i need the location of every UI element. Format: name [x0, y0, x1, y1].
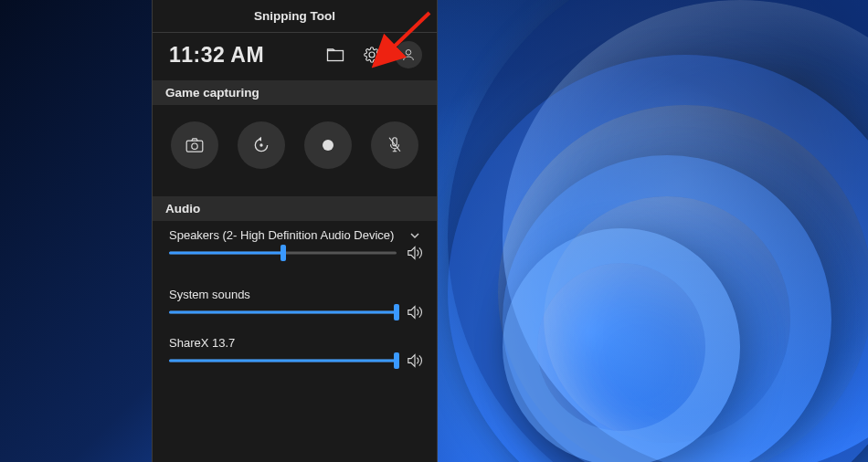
- volume-slider[interactable]: [169, 353, 397, 368]
- person-icon: [401, 47, 416, 62]
- svg-rect-2: [187, 141, 204, 152]
- audio-mixers: Speakers (2- High Definition Audio Devic…: [153, 221, 437, 384]
- svg-rect-0: [328, 51, 344, 61]
- account-button[interactable]: [395, 41, 422, 68]
- mixer-slider-row: [153, 301, 437, 336]
- speaker-icon[interactable]: [406, 305, 424, 320]
- section-header-audio: Audio: [153, 196, 437, 221]
- record-icon: [322, 139, 334, 152]
- speaker-icon[interactable]: [406, 353, 424, 368]
- mixer-row[interactable]: Speakers (2- High Definition Audio Devic…: [153, 225, 437, 242]
- section-header-capture: Game capturing: [153, 80, 437, 105]
- svg-point-4: [259, 143, 262, 146]
- record-last-button[interactable]: [238, 121, 285, 169]
- panel-titlebar: Snipping Tool: [153, 0, 437, 33]
- mixer-row: ShareX 13.7: [153, 336, 437, 350]
- mixer-slider-row: [153, 242, 437, 277]
- volume-slider[interactable]: [169, 305, 397, 320]
- mic-muted-icon: [386, 136, 403, 154]
- capture-buttons: [153, 105, 437, 187]
- mixer-label: ShareX 13.7: [169, 336, 420, 350]
- mixer-label: Speakers (2- High Definition Audio Devic…: [169, 228, 402, 242]
- volume-slider[interactable]: [169, 246, 397, 260]
- camera-icon: [185, 138, 204, 152]
- record-button[interactable]: [304, 121, 352, 169]
- svg-point-1: [406, 50, 411, 56]
- chevron-down-icon: [409, 230, 420, 241]
- mixer-row: System sounds: [153, 288, 437, 301]
- gamebar-panel: Snipping Tool 11:32 AM Game capturing Au…: [152, 0, 438, 462]
- rewind-icon: [252, 136, 270, 154]
- open-folder-button[interactable]: [322, 41, 349, 68]
- screenshot-button[interactable]: [171, 121, 218, 169]
- folder-icon: [327, 48, 344, 61]
- gear-icon: [364, 47, 380, 63]
- svg-point-5: [323, 140, 333, 151]
- clock: 11:32 AM: [169, 43, 312, 68]
- mixer-slider-row: [153, 350, 437, 384]
- panel-header: 11:32 AM: [153, 33, 437, 77]
- speaker-icon[interactable]: [406, 246, 424, 260]
- mixer-label: System sounds: [169, 288, 420, 301]
- svg-point-3: [192, 143, 197, 149]
- panel-title: Snipping Tool: [254, 9, 335, 23]
- settings-button[interactable]: [358, 41, 386, 68]
- mic-toggle-button[interactable]: [371, 121, 418, 169]
